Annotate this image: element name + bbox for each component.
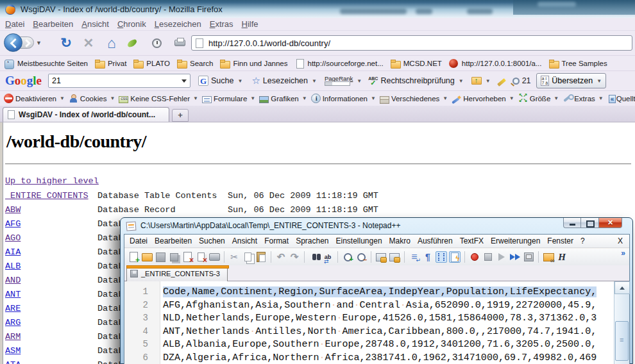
maximize-button[interactable] — [581, 218, 598, 228]
bookmark-item[interactable]: Search — [176, 59, 213, 68]
np-menu-datei[interactable]: Datei — [130, 236, 148, 245]
spellcheck-button[interactable]: ABC✓Rechtschreibprüfung▼ — [368, 76, 463, 85]
indent-guide-icon[interactable] — [436, 251, 447, 263]
pagerank-widget[interactable]: PageRank▼ — [325, 76, 362, 86]
new-tab-button[interactable]: + — [172, 109, 189, 122]
np-menu-format[interactable]: Format — [264, 236, 289, 245]
np-menu-help[interactable]: ? — [580, 236, 585, 245]
home-icon[interactable]: ⌂ — [103, 34, 121, 52]
close-all-icon[interactable] — [195, 251, 207, 263]
google-search-input[interactable]: 21 — [48, 74, 190, 88]
sync-scroll-h-icon[interactable] — [389, 251, 400, 263]
np-menu-makro[interactable]: Makro — [389, 236, 411, 245]
highlight-button[interactable] — [497, 78, 506, 84]
devtool-wrench[interactable]: Extras▼ — [563, 94, 604, 103]
save-macro-icon[interactable] — [523, 251, 534, 263]
entry-link[interactable]: ABW — [5, 203, 21, 217]
devtool-person[interactable]: Cookies▼ — [69, 94, 115, 103]
copy-icon[interactable] — [242, 251, 253, 263]
bookmark-item[interactable]: http://sourceforge.net... — [294, 59, 384, 68]
menu-datei[interactable]: Datei — [5, 19, 24, 29]
menu-hilfe[interactable]: Hilfe — [242, 19, 258, 29]
bookmark-item[interactable]: Finn und Jannes — [219, 59, 287, 68]
devtool-noentry[interactable]: Deaktivieren▼ — [4, 94, 65, 103]
save-icon[interactable] — [155, 251, 166, 263]
devtool-css[interactable]: Keine CSS-Fehler▼ — [119, 95, 198, 103]
vertical-scrollbar[interactable] — [614, 281, 629, 364]
entry-link[interactable]: ARE — [5, 302, 21, 316]
sync-scroll-v-icon[interactable] — [375, 251, 387, 263]
cut-icon[interactable] — [228, 251, 240, 263]
history-clock-icon[interactable] — [148, 34, 165, 52]
devtool-brush[interactable]: Hervorheben▼ — [452, 94, 514, 103]
url-bar[interactable]: http://127.0.0.1/world-db/country/ — [191, 35, 632, 51]
translate-button[interactable]: a í7 äÜbersetzen▼ — [536, 73, 607, 88]
menu-extras[interactable]: Extras — [210, 19, 233, 29]
devtool-size[interactable]: Größe▼ — [518, 94, 559, 103]
close-icon[interactable] — [182, 251, 193, 263]
zoom-indicator[interactable]: 21 — [512, 76, 531, 85]
history-dropdown-icon[interactable]: ▼ — [36, 40, 42, 46]
toolbar-overflow-icon[interactable]: » — [621, 249, 625, 258]
google-search-button[interactable]: GSuche▼ — [198, 76, 242, 86]
devtool-box[interactable]: Verschiedenes▼ — [380, 95, 448, 103]
bookmark-item[interactable]: http://127.0.0.1:8001/a... — [448, 59, 542, 68]
menu-chronik[interactable]: Chronik — [117, 19, 146, 29]
tab-wsgidav[interactable]: WsgiDAV - Index of /world-db/count... — [3, 107, 169, 122]
np-menu-ausführen[interactable]: Ausführen — [418, 236, 453, 245]
bookmark-item[interactable]: MCSD.NET — [390, 59, 442, 68]
redo-icon[interactable] — [289, 251, 300, 263]
close-button[interactable] — [598, 218, 622, 228]
np-menu-textfx[interactable]: TextFX — [460, 236, 484, 245]
entry-link[interactable]: ALB — [5, 260, 21, 274]
tab-entire-contents[interactable]: _ENTIRE_CONTENTS-3 — [126, 265, 228, 281]
open-file-icon[interactable] — [141, 251, 153, 263]
word-wrap-icon[interactable] — [409, 251, 420, 263]
sage-leaf-icon[interactable] — [123, 34, 141, 52]
print-icon[interactable] — [171, 34, 189, 52]
entry-link[interactable]: ENTIRE CONTENTS — [5, 189, 89, 203]
doc-switcher-icon[interactable] — [449, 251, 461, 263]
np-menu-fenster[interactable]: Fenster — [547, 236, 573, 245]
entry-link[interactable]: AIA — [5, 245, 21, 260]
run-macro-multiple-icon[interactable] — [509, 251, 521, 263]
minimize-button[interactable] — [563, 218, 581, 228]
menu-ansicht[interactable]: Ansicht — [81, 19, 109, 29]
np-close-document-button[interactable]: X — [618, 236, 623, 245]
entry-link[interactable]: AND — [5, 274, 21, 288]
send-to-button[interactable]: ▼ — [471, 77, 491, 85]
np-menu-einstellungen[interactable]: Einstellungen — [336, 236, 382, 245]
dropdown-icon[interactable] — [182, 79, 187, 83]
record-macro-icon[interactable] — [469, 251, 480, 263]
entry-link[interactable]: ANT — [5, 288, 21, 302]
zoom-in-icon[interactable] — [342, 251, 353, 263]
menu-lesezeichen[interactable]: Lesezeichen — [155, 19, 201, 29]
bookmark-item[interactable]: Meistbesuchte Seiten — [4, 59, 88, 68]
back-button[interactable] — [4, 33, 22, 52]
find-icon[interactable] — [309, 251, 320, 263]
play-macro-icon[interactable] — [496, 251, 507, 263]
replace-icon[interactable] — [322, 251, 334, 263]
scrollbar-thumb[interactable] — [615, 321, 629, 361]
np-menu-ansicht[interactable]: Ansicht — [232, 236, 257, 245]
devtool-form[interactable]: Formulare▼ — [202, 95, 255, 103]
entry-link[interactable]: ATA — [5, 358, 21, 364]
np-menu-erweiterungen[interactable]: Erweiterungen — [491, 236, 540, 245]
preview-html-icon[interactable] — [556, 251, 568, 263]
save-all-icon[interactable] — [168, 251, 180, 263]
entry-link[interactable]: AFG — [5, 217, 21, 231]
menu-bearbeiten[interactable]: Bearbeiten — [33, 19, 73, 29]
devtool-image[interactable]: Grafiken▼ — [259, 95, 307, 103]
zoom-out-icon[interactable] — [355, 251, 367, 263]
up-link[interactable]: Up to higher level — [5, 176, 99, 186]
entry-link[interactable]: ASM — [5, 344, 21, 358]
new-file-icon[interactable] — [128, 251, 139, 263]
paste-icon[interactable] — [255, 251, 267, 263]
print-icon[interactable] — [208, 251, 220, 263]
bookmark-item[interactable]: PLATO — [133, 59, 170, 68]
devtool-source[interactable]: Quellte — [607, 94, 635, 103]
bookmark-item[interactable]: Tree Samples — [548, 59, 607, 68]
np-menu-sprachen[interactable]: Sprachen — [296, 236, 328, 245]
stop-icon[interactable]: ✕ — [80, 34, 97, 52]
entry-link[interactable]: AGO — [5, 231, 21, 245]
